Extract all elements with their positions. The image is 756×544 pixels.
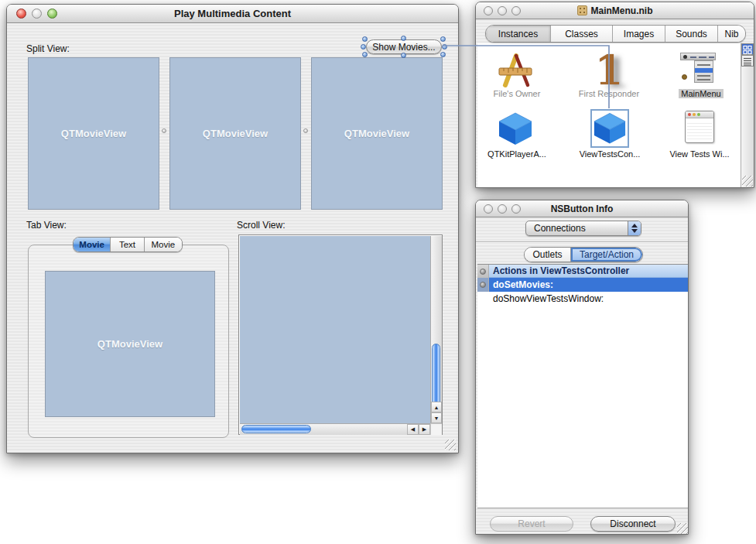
actions-list: Actions in ViewTestsController doSetMovi… <box>477 264 688 508</box>
selection-handle[interactable] <box>361 44 366 50</box>
number-one-icon[interactable]: 1 <box>595 46 634 88</box>
selection-handle[interactable] <box>362 52 368 57</box>
split-view-label: Split View: <box>26 43 70 54</box>
nib-window-titlebar[interactable]: MainMenu.nib <box>476 2 754 19</box>
tab-content-movie-view[interactable]: QTMovieView <box>45 271 215 417</box>
play-window-titlebar[interactable]: Play Multimedia Content <box>7 5 458 23</box>
list-row-text: doSetMovies: <box>489 278 688 292</box>
selection-handle[interactable] <box>440 52 446 57</box>
nsbutton-info-window: NSButton Info Connections Outlets Target… <box>475 200 689 535</box>
tab-strip: Movie Text Movie <box>73 237 183 252</box>
tab-nib[interactable]: Nib <box>718 26 745 42</box>
desktop: Play Multimedia Content Split View: QTMo… <box>0 0 756 544</box>
selection-handle[interactable] <box>440 36 446 42</box>
tab-images[interactable]: Images <box>613 26 665 42</box>
info-window-titlebar[interactable]: NSButton Info <box>476 200 688 217</box>
item-label-mainmenu[interactable]: MainMenu <box>664 89 738 98</box>
scroll-view: ▲ ▼ ◀ ▶ <box>238 234 443 435</box>
item-label-viewtestscontroller[interactable]: ViewTestsCon... <box>573 149 647 159</box>
list-row-selected[interactable]: doSetMovies: <box>477 278 688 292</box>
window-title: Play Multimedia Content <box>7 5 458 22</box>
tab-movie-1[interactable]: Movie <box>74 238 111 251</box>
divider <box>476 241 688 243</box>
list-row-text: doShowViewTestsWindow: <box>477 293 688 304</box>
tab-outlets[interactable]: Outlets <box>525 248 571 262</box>
vertical-scrollbar[interactable]: ▲ ▼ <box>430 236 442 423</box>
blue-cube-icon[interactable] <box>593 111 627 145</box>
blue-cube-icon[interactable] <box>498 111 533 145</box>
split-divider-dimple-icon[interactable] <box>303 128 308 133</box>
scrollbar-corner <box>430 423 442 435</box>
item-label-viewtestswindow[interactable]: View Tests Wi... <box>662 149 737 159</box>
selection-handle[interactable] <box>362 36 368 42</box>
revert-button[interactable]: Revert <box>490 516 573 532</box>
list-row[interactable]: doShowViewTestsWindow: <box>477 292 688 306</box>
nib-window-title-text: MainMenu.nib <box>591 5 653 16</box>
tab-view-label: Tab View: <box>26 220 67 231</box>
nib-tab-strip: Instances Classes Images Sounds Nib <box>485 25 746 43</box>
scroll-up-arrow-icon[interactable]: ▲ <box>431 402 442 412</box>
split-pane-3[interactable]: QTMovieView <box>311 57 443 210</box>
resize-grip-icon[interactable] <box>677 523 688 534</box>
nib-document-icon <box>577 5 587 15</box>
tab-target-action[interactable]: Target/Action <box>571 248 642 262</box>
instances-pane: File's Owner 1 First Responder <box>477 43 754 187</box>
connections-popup[interactable]: Connections <box>525 221 641 236</box>
connection-dot-icon <box>480 269 486 275</box>
resize-grip-icon[interactable] <box>742 176 753 186</box>
play-window: Play Multimedia Content Split View: QTMo… <box>6 4 459 453</box>
vertical-scroll-thumb[interactable] <box>432 344 440 409</box>
scroll-right-arrow-icon[interactable]: ▶ <box>419 424 430 435</box>
split-pane-1[interactable]: QTMovieView <box>28 57 159 210</box>
connection-dot-icon <box>480 282 486 288</box>
selection-handle[interactable] <box>401 53 406 58</box>
popup-arrows-icon <box>628 221 641 235</box>
row-gutter <box>477 278 489 292</box>
tab-sounds[interactable]: Sounds <box>665 26 718 42</box>
ruler-pencil-icon[interactable] <box>497 52 534 87</box>
nib-scrollbar[interactable] <box>741 43 754 187</box>
list-view-button[interactable] <box>741 55 754 67</box>
item-label-files-owner[interactable]: File's Owner <box>480 89 554 98</box>
popup-selected-value: Connections <box>526 223 628 234</box>
icon-view-button[interactable] <box>741 43 754 55</box>
outlets-target-tabs: Outlets Target/Action <box>524 247 643 262</box>
scroll-view-label: Scroll View: <box>237 220 285 231</box>
scroll-view-content[interactable] <box>240 236 430 423</box>
tab-text[interactable]: Text <box>111 238 144 251</box>
item-label-qtkitplayer[interactable]: QTKitPlayerA... <box>480 149 554 159</box>
item-label-first-responder[interactable]: First Responder <box>572 89 646 98</box>
split-pane-2[interactable]: QTMovieView <box>169 57 301 210</box>
scroll-left-arrow-icon[interactable]: ◀ <box>407 424 419 435</box>
list-header-text: Actions in ViewTestsController <box>489 265 688 278</box>
scroll-down-arrow-icon[interactable]: ▼ <box>431 412 442 423</box>
list-row-header[interactable]: Actions in ViewTestsController <box>477 265 688 278</box>
tab-classes[interactable]: Classes <box>551 26 613 42</box>
selection-handle[interactable] <box>442 44 447 50</box>
disconnect-button[interactable]: Disconnect <box>590 516 676 532</box>
split-divider-dimple-icon[interactable] <box>162 128 166 133</box>
menubar-icon[interactable] <box>680 53 720 87</box>
resize-grip-icon[interactable] <box>445 440 456 450</box>
mini-window-icon[interactable] <box>685 111 714 143</box>
selection-handle[interactable] <box>401 36 406 41</box>
info-window-title: NSButton Info <box>476 200 688 217</box>
tab-movie-2[interactable]: Movie <box>145 238 182 251</box>
nib-window-title: MainMenu.nib <box>476 2 754 19</box>
tab-instances[interactable]: Instances <box>486 26 551 42</box>
horizontal-scrollbar[interactable]: ◀ ▶ <box>240 423 430 435</box>
row-gutter <box>477 265 489 278</box>
mainmenu-nib-window: MainMenu.nib Instances Classes Images So… <box>475 2 754 188</box>
horizontal-scroll-thumb[interactable] <box>241 425 311 433</box>
